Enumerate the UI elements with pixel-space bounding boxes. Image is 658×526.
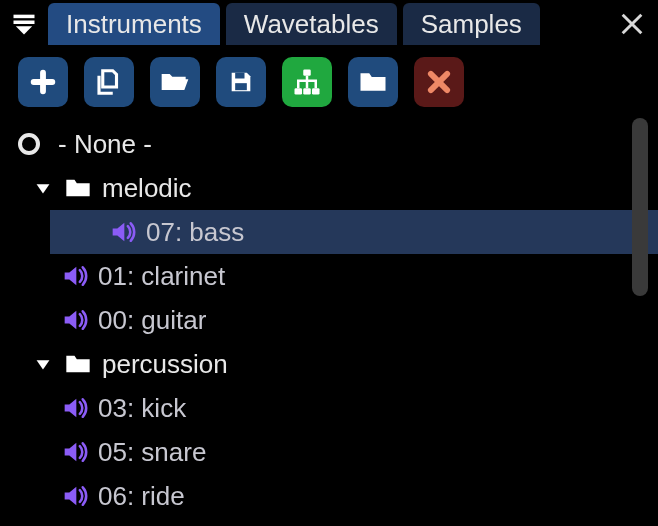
tab-bar: Instruments Wavetables Samples <box>0 0 658 48</box>
tab-label: Instruments <box>66 9 202 40</box>
delete-x-icon <box>425 68 453 96</box>
tree-panel: - None - melodic 07: bass 01: clarinet <box>0 116 658 526</box>
instrument-tree: - None - melodic 07: bass 01: clarinet <box>0 116 658 518</box>
sound-icon <box>60 438 88 466</box>
tree-root-label: - None - <box>58 129 152 160</box>
close-panel-button[interactable] <box>612 4 652 44</box>
svg-rect-5 <box>303 70 311 76</box>
svg-rect-3 <box>235 73 244 79</box>
svg-rect-7 <box>303 88 311 94</box>
tree-folder-melodic[interactable]: melodic <box>0 166 658 210</box>
tab-label: Samples <box>421 9 522 40</box>
copy-icon <box>94 67 124 97</box>
duplicate-button[interactable] <box>84 57 134 107</box>
svg-marker-2 <box>16 26 32 34</box>
sound-icon <box>60 262 88 290</box>
app-menu-button[interactable] <box>6 6 42 42</box>
menu-icon <box>10 10 38 38</box>
sitemap-icon <box>292 67 322 97</box>
svg-marker-9 <box>37 184 50 193</box>
tree-root-none[interactable]: - None - <box>0 122 658 166</box>
tree-item-label: 01: clarinet <box>98 261 225 292</box>
folder-button[interactable] <box>348 57 398 107</box>
tab-label: Wavetables <box>244 9 379 40</box>
tree-item-label: 07: bass <box>146 217 244 248</box>
toolbar <box>0 48 658 116</box>
chevron-down-icon <box>32 177 54 199</box>
save-icon <box>227 68 255 96</box>
delete-button[interactable] <box>414 57 464 107</box>
save-button[interactable] <box>216 57 266 107</box>
folder-icon <box>64 174 92 202</box>
tree-folder-label: melodic <box>102 173 192 204</box>
open-button[interactable] <box>150 57 200 107</box>
tree-item-snare[interactable]: 05: snare <box>0 430 658 474</box>
svg-rect-1 <box>14 21 35 25</box>
tree-item-label: 00: guitar <box>98 305 206 336</box>
tab-wavetables[interactable]: Wavetables <box>226 3 397 45</box>
svg-rect-0 <box>14 15 35 19</box>
scrollbar-thumb[interactable] <box>632 118 648 296</box>
svg-rect-4 <box>235 83 247 90</box>
tree-folder-percussion[interactable]: percussion <box>0 342 658 386</box>
tab-instruments[interactable]: Instruments <box>48 3 220 45</box>
tree-view-button[interactable] <box>282 57 332 107</box>
svg-rect-6 <box>295 88 303 94</box>
tree-item-bass[interactable]: 07: bass <box>50 210 658 254</box>
tab-samples[interactable]: Samples <box>403 3 540 45</box>
sound-icon <box>60 306 88 334</box>
tree-item-label: 03: kick <box>98 393 186 424</box>
sound-icon <box>60 482 88 510</box>
tree-item-clarinet[interactable]: 01: clarinet <box>0 254 658 298</box>
tree-item-kick[interactable]: 03: kick <box>0 386 658 430</box>
chevron-down-icon <box>32 353 54 375</box>
tree-item-label: 06: ride <box>98 481 185 512</box>
radio-unselected-icon <box>18 133 40 155</box>
tree-item-label: 05: snare <box>98 437 206 468</box>
plus-icon <box>29 68 57 96</box>
sound-icon <box>108 218 136 246</box>
sound-icon <box>60 394 88 422</box>
folder-icon <box>358 67 388 97</box>
new-button[interactable] <box>18 57 68 107</box>
folder-open-icon <box>159 66 191 98</box>
tree-item-ride[interactable]: 06: ride <box>0 474 658 518</box>
tree-folder-label: percussion <box>102 349 228 380</box>
folder-icon <box>64 350 92 378</box>
tree-item-guitar[interactable]: 00: guitar <box>0 298 658 342</box>
svg-rect-8 <box>312 88 320 94</box>
svg-marker-10 <box>37 360 50 369</box>
close-icon <box>618 10 646 38</box>
